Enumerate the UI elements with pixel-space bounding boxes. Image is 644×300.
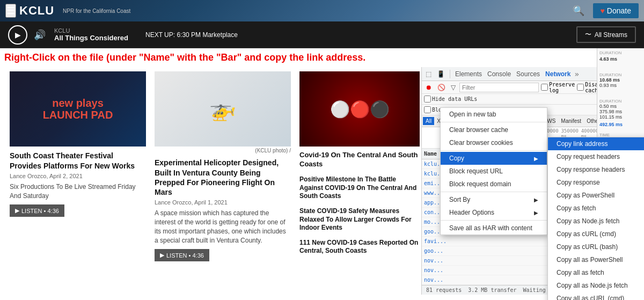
hide-data-urls-label[interactable]: Hide data URLs [424, 96, 477, 103]
context-menu: Open in new tab Clear browser cache Clea… [440, 107, 547, 235]
helicopter-icon: 🚁 [209, 71, 236, 147]
duration-val-6: 101.15 ms [599, 114, 642, 120]
submenu-copy-all-curl-cmd[interactable]: Copy all as cURL (cmd) [548, 292, 644, 300]
all-streams-button[interactable]: 〜 All Streams [576, 26, 636, 43]
play-small-icon: ▶ [15, 207, 19, 214]
article-2: 🚁 (KCLU photo) / Experimental Helicopter… [150, 67, 295, 266]
ctx-copy-arrow: ▶ [534, 156, 538, 162]
clear-button[interactable]: 🚫 [436, 83, 447, 92]
ctx-save-har[interactable]: Save all as HAR with content [441, 222, 547, 235]
disable-cache-checkbox[interactable] [577, 84, 584, 91]
search-button[interactable]: 🔍 [568, 3, 589, 19]
ctx-copy[interactable]: Copy ▶ [441, 152, 547, 165]
station-info: KCLU All Things Considered [54, 27, 128, 42]
submenu-copy-all-fetch[interactable]: Copy all as fetch [548, 266, 644, 279]
hide-data-urls-checkbox[interactable] [424, 96, 431, 103]
submenu-copy-nodejs-fetch[interactable]: Copy as Node.js fetch [548, 215, 644, 228]
submenu-copy-response-headers[interactable]: Copy response headers [548, 163, 644, 176]
submenu-copy-curl-bash[interactable]: Copy as cURL (bash) [548, 240, 644, 253]
ctx-clear-cache[interactable]: Clear browser cache [441, 123, 547, 136]
elements-tab-btn[interactable]: Elements [453, 69, 484, 79]
ctx-separator-1 [441, 122, 547, 122]
toolbar-separator [450, 70, 450, 78]
ctx-open-new-tab[interactable]: Open in new tab [441, 108, 547, 121]
hamburger-button[interactable]: ☰ [5, 4, 16, 18]
ctx-header-label: Header Options [449, 209, 494, 216]
article-3: ⚪🔴⚫ Covid-19 On The Central And South Co… [295, 67, 421, 266]
article-1-image: new playsLAUNCH PAD [10, 71, 146, 147]
article-2-title[interactable]: Experimental Helicopter Designed, Built … [155, 158, 291, 197]
submenu-copy-powershell[interactable]: Copy as PowerShell [548, 189, 644, 202]
article-1-title[interactable]: South Coast Theater Festival Provides Pl… [10, 151, 146, 170]
submenu-copy-fetch[interactable]: Copy as fetch [548, 202, 644, 215]
duration-val-7: 492.95 ms [599, 122, 642, 127]
submenu-copy-all-nodejs[interactable]: Copy all as Node.js fetch [548, 279, 644, 292]
volume-button[interactable]: 🔊 [34, 29, 46, 41]
ctx-clear-cookies[interactable]: Clear browser cookies [441, 136, 547, 149]
transfer-size: 3.2 MB transfer [468, 287, 516, 293]
site-header: ☰ KCLU NPR for the California Coast 🔍 ♥ … [0, 0, 644, 21]
more-tabs-icon[interactable]: » [574, 70, 579, 78]
listen-label: LISTEN • 4:36 [21, 208, 59, 214]
covid-virus-icon: ⚪🔴⚫ [330, 100, 390, 119]
ctx-block-url[interactable]: Block request URL [441, 165, 547, 178]
ctx-header-options[interactable]: Header Options ▶ [441, 206, 547, 219]
article-3d-title[interactable]: 111 New COVID-19 Cases Reported On Centr… [299, 239, 420, 255]
duration-val-2: 10.68 ms [599, 77, 642, 83]
type-filter-manifest[interactable]: Manifest [558, 117, 584, 125]
type-filter-all[interactable]: All [423, 117, 434, 125]
article-1-listen-button[interactable]: ▶ LISTEN • 4:36 [10, 204, 64, 217]
preserve-log-label[interactable]: Preserve log [541, 82, 575, 93]
article-3a-title[interactable]: Covid-19 On The Central And South Coasts [299, 151, 420, 169]
record-button[interactable]: ⏺ [424, 83, 434, 92]
duration-val-3: 0.93 ms [599, 83, 642, 88]
sources-tab-btn[interactable]: Sources [515, 69, 541, 79]
article-2-caption: (KCLU photo) / [155, 148, 291, 153]
devtools-device-button[interactable]: 📱 [435, 69, 447, 79]
player-bar: ▶ 🔊 KCLU All Things Considered NEXT UP: … [0, 21, 644, 48]
duration-sidebar: DURATION 4.63 ms DURATION 10.68 ms 0.93 … [597, 48, 644, 140]
donate-button[interactable]: ♥ Donate [593, 3, 639, 18]
annotation-text: Right-Click on the file (under "Name" wi… [0, 48, 644, 67]
duration-label-3: DURATION [599, 99, 642, 104]
copy-submenu: Copy link address Copy request headers C… [547, 137, 644, 300]
article-1-byline: Lance Orozco, April 2, 2021 [10, 173, 146, 179]
submenu-copy-link[interactable]: Copy link address [548, 137, 644, 150]
duration-val-5: 375.98 ms [599, 109, 642, 114]
article-2-listen-button[interactable]: ▶ LISTEN • 4:36 [155, 249, 209, 261]
donate-label: Donate [607, 6, 631, 15]
submenu-copy-response[interactable]: Copy response [548, 176, 644, 189]
ctx-sort-by[interactable]: Sort By ▶ [441, 193, 547, 206]
ctx-separator-4 [441, 220, 547, 221]
duration-val-4: 0.50 ms [599, 104, 642, 109]
console-tab-btn[interactable]: Console [486, 69, 513, 79]
submenu-copy-request-headers[interactable]: Copy request headers [548, 150, 644, 163]
covid-image: ⚪🔴⚫ [299, 71, 420, 147]
article-2-image: 🚁 [155, 71, 291, 147]
next-up-text: NEXT UP: 6:30 PM Marketplace [145, 31, 238, 39]
article-2-byline: Lance Orozco, April 1, 2021 [155, 199, 291, 206]
network-tab-btn[interactable]: Network [544, 69, 572, 79]
listen-label-2: LISTEN • 4:36 [166, 252, 204, 259]
article-2-excerpt: A space mission which has captured the i… [155, 209, 291, 245]
preserve-log-checkbox[interactable] [541, 84, 548, 91]
article-1: new playsLAUNCH PAD South Coast Theater … [5, 67, 150, 266]
network-filter-input[interactable] [459, 83, 539, 92]
ctx-separator-3 [441, 192, 547, 192]
play-small-icon-2: ▶ [160, 252, 164, 259]
filter-button[interactable]: ▽ [449, 83, 457, 92]
ctx-block-domain[interactable]: Block request domain [441, 178, 547, 191]
blocked-requests-checkbox[interactable] [424, 106, 431, 113]
submenu-copy-curl-cmd[interactable]: Copy as cURL (cmd) [548, 228, 644, 240]
devtools-inspect-button[interactable]: ⬚ [424, 69, 433, 79]
duration-label-2: DURATION [599, 72, 642, 77]
article-3c-title[interactable]: State COVID-19 Safety Measures Relaxed T… [299, 207, 420, 232]
station-name: KCLU [54, 27, 128, 34]
waves-icon: 〜 [585, 30, 591, 39]
play-button[interactable]: ▶ [8, 25, 27, 45]
article-3b-title[interactable]: Positive Milestone In The Battle Against… [299, 175, 420, 201]
ctx-sort-label: Sort By [449, 196, 470, 203]
theater-text: new playsLAUNCH PAD [43, 97, 113, 121]
submenu-copy-all-powershell[interactable]: Copy all as PowerShell [548, 253, 644, 266]
heart-icon: ♥ [601, 6, 605, 15]
